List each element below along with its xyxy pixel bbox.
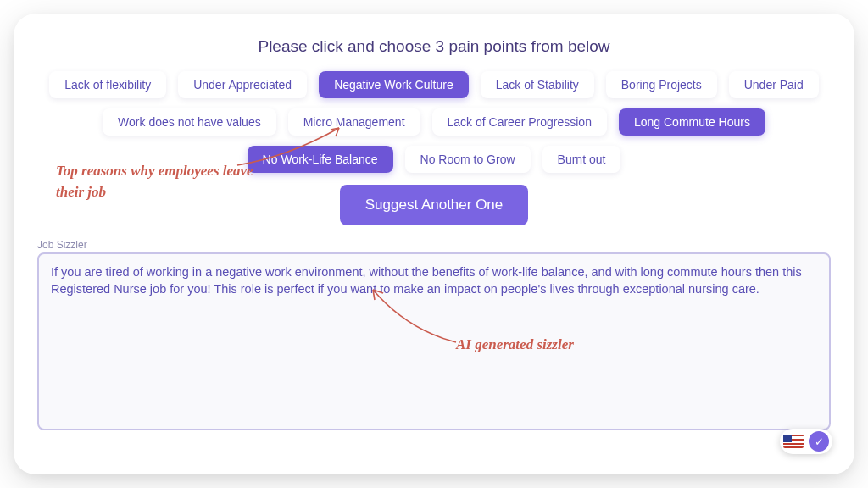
pain-point-chip[interactable]: No Room to Grow (405, 146, 531, 173)
pain-point-chip[interactable]: Lack of flexibility (49, 71, 166, 98)
pain-point-chips: Lack of flexibilityUnder AppreciatedNega… (37, 71, 831, 173)
pain-point-chip[interactable]: Negative Work Culture (319, 71, 469, 98)
app-window: Please click and choose 3 pain points fr… (14, 14, 854, 474)
instruction-heading: Please click and choose 3 pain points fr… (37, 37, 831, 56)
sizzler-textarea[interactable] (37, 252, 831, 430)
pain-point-chip[interactable]: Boring Projects (606, 71, 717, 98)
pain-point-chip[interactable]: Under Appreciated (178, 71, 307, 98)
pain-point-chip[interactable]: Lack of Stability (481, 71, 594, 98)
sizzler-field-label: Job Sizzler (37, 239, 831, 251)
pain-point-chip[interactable]: Micro Management (288, 108, 420, 136)
us-flag-icon[interactable] (783, 435, 804, 448)
pain-point-chip[interactable]: Lack of Career Progression (432, 108, 607, 136)
suggest-another-button[interactable]: Suggest Another One (340, 185, 529, 225)
pain-point-chip[interactable]: Burnt out (542, 146, 621, 173)
pain-point-chip[interactable]: No Work-Life Balance (248, 146, 393, 173)
suggest-row: Suggest Another One (37, 185, 831, 225)
pain-point-chip[interactable]: Work does not have values (103, 108, 276, 136)
pain-point-chip[interactable]: Under Paid (729, 71, 819, 98)
pain-point-chip[interactable]: Long Commute Hours (619, 108, 765, 136)
locale-action-badge: ✓ (780, 429, 832, 454)
confirm-button[interactable]: ✓ (809, 431, 829, 452)
